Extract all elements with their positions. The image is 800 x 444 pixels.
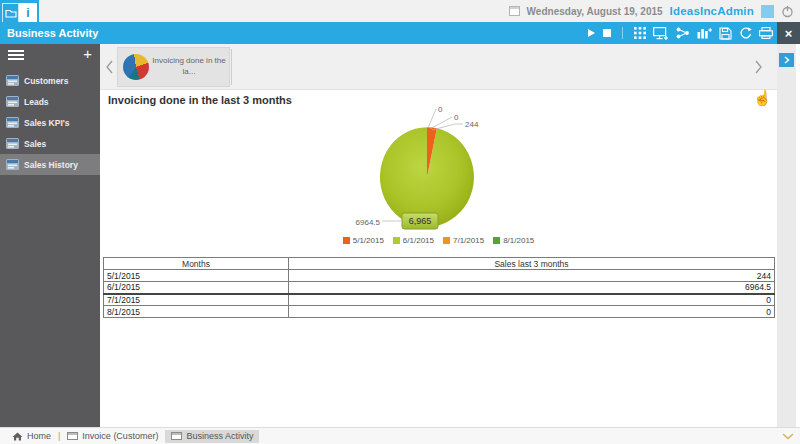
status-bar: Home | Invoice (Customer) Business Activ… (0, 427, 800, 444)
widget-card[interactable]: Invoicing done in the la... (117, 47, 230, 87)
window-tab-info[interactable]: i (19, 3, 37, 22)
app-title: Business Activity (7, 27, 98, 39)
refresh-icon[interactable] (739, 27, 752, 40)
expand-button[interactable] (779, 53, 794, 67)
statusbar-tab-invoice[interactable]: Invoice (Customer) (67, 430, 158, 443)
user-name[interactable]: IdeasIncAdmin (670, 5, 754, 17)
main-content: Invoicing done in the la... Invoicing do… (100, 44, 800, 427)
calendar-icon (509, 6, 520, 16)
chart-legend: 5/1/2015 6/1/2015 7/1/2015 8/1/2015 (100, 236, 777, 245)
toolbar-divider (622, 27, 623, 39)
user-avatar[interactable] (761, 5, 774, 18)
share-icon[interactable] (676, 27, 690, 39)
grid-window-icon (6, 96, 19, 107)
pie-slices[interactable] (380, 127, 474, 227)
close-button[interactable]: × (777, 22, 800, 44)
print-icon[interactable] (759, 27, 773, 39)
statusbar-separator: | (58, 431, 60, 441)
column-header-months: Months (104, 258, 289, 270)
play-button[interactable] (587, 28, 596, 38)
grid-window-icon (6, 117, 19, 128)
legend-item[interactable]: 7/1/2015 (443, 236, 484, 245)
sidebar-item-label: Leads (24, 97, 49, 107)
svg-text:0: 0 (438, 105, 443, 114)
sidebar-item-label: Sales KPI's (24, 118, 70, 128)
chart-add-icon[interactable] (697, 27, 712, 39)
column-header-sales: Sales last 3 months (289, 258, 775, 270)
chart-title: Invoicing done in the last 3 months (108, 94, 292, 106)
svg-text:244: 244 (465, 120, 479, 129)
table-header-row: Months Sales last 3 months (104, 258, 775, 270)
table-row[interactable]: 7/1/2015 0 (104, 294, 775, 306)
grid-window-icon (6, 75, 19, 86)
legend-swatch (443, 237, 450, 244)
svg-text:6,965: 6,965 (409, 216, 432, 226)
pie-chart[interactable]: 0 0 244 6964.5 6,965 (347, 99, 507, 249)
top-window-bar: i Wednesday, August 19, 2015 IdeasIncAdm… (0, 0, 800, 22)
table-row[interactable]: 5/1/2015 244 (104, 270, 775, 282)
toolbar (587, 22, 773, 44)
app-title-bar: Business Activity (0, 22, 800, 44)
app-window: i Wednesday, August 19, 2015 IdeasIncAdm… (0, 0, 800, 444)
sidebar-item-sales[interactable]: Sales (0, 133, 100, 154)
save-icon[interactable] (719, 27, 732, 40)
right-gutter[interactable] (777, 44, 796, 427)
data-tooltip: 6,965 (402, 213, 438, 229)
widget-card-title: Invoicing done in the la... (149, 56, 229, 78)
sidebar-item-label: Sales History (24, 160, 78, 170)
legend-item[interactable]: 6/1/2015 (393, 236, 434, 245)
strip-prev-icon[interactable] (106, 60, 114, 74)
sidebar-item-label: Sales (24, 139, 46, 149)
apps-grid-icon[interactable] (634, 27, 646, 39)
notification-chevron-icon[interactable] (782, 433, 794, 440)
statusbar-tab-business-activity[interactable]: Business Activity (165, 430, 259, 443)
menu-icon[interactable] (8, 50, 24, 62)
chevron-right-icon (784, 56, 790, 64)
strip-divider (231, 49, 232, 85)
widget-strip: Invoicing done in the la... (100, 44, 777, 90)
sidebar-item-label: Customers (24, 76, 68, 86)
sidebar-item-leads[interactable]: Leads (0, 91, 100, 112)
sidebar-header: + (0, 44, 100, 70)
legend-item[interactable]: 8/1/2015 (493, 236, 534, 245)
pie-widget-icon (123, 54, 149, 80)
svg-text:0: 0 (454, 113, 459, 122)
add-button[interactable]: + (83, 45, 92, 62)
topbar-right-cluster: Wednesday, August 19, 2015 IdeasIncAdmin (509, 0, 794, 22)
power-icon[interactable] (781, 5, 794, 18)
table-row[interactable]: 6/1/2015 6964.5 (104, 282, 775, 294)
legend-swatch (343, 237, 350, 244)
home-icon (12, 432, 23, 441)
window-icon (67, 432, 78, 440)
grid-window-icon (6, 159, 19, 170)
legend-item[interactable]: 5/1/2015 (343, 236, 384, 245)
strip-next-icon[interactable] (755, 60, 763, 74)
legend-swatch (393, 237, 400, 244)
grid-window-icon (6, 138, 19, 149)
screen-add-icon[interactable] (653, 27, 669, 40)
pie-slice-june[interactable] (380, 127, 474, 227)
window-tab-folder[interactable] (2, 3, 19, 22)
current-date: Wednesday, August 19, 2015 (527, 6, 663, 17)
sidebar-item-customers[interactable]: Customers (0, 70, 100, 91)
hand-cursor-icon: ☝ (753, 89, 772, 107)
window-icon (171, 432, 182, 440)
window-tab-strip: i (0, 0, 39, 22)
sidebar-item-sales-kpis[interactable]: Sales KPI's (0, 112, 100, 133)
stop-button[interactable] (603, 29, 611, 37)
table-row[interactable]: 8/1/2015 0 (104, 306, 775, 318)
info-icon: i (26, 6, 29, 20)
statusbar-home[interactable]: Home (12, 430, 51, 443)
sales-table: Months Sales last 3 months 5/1/2015 244 … (103, 257, 775, 318)
legend-swatch (493, 237, 500, 244)
folder-icon (5, 8, 17, 18)
sidebar: + Customers Leads Sales KPI's Sales Sale… (0, 44, 100, 427)
june-value-label: 6964.5 (356, 218, 381, 227)
sidebar-item-sales-history[interactable]: Sales History (0, 154, 100, 175)
